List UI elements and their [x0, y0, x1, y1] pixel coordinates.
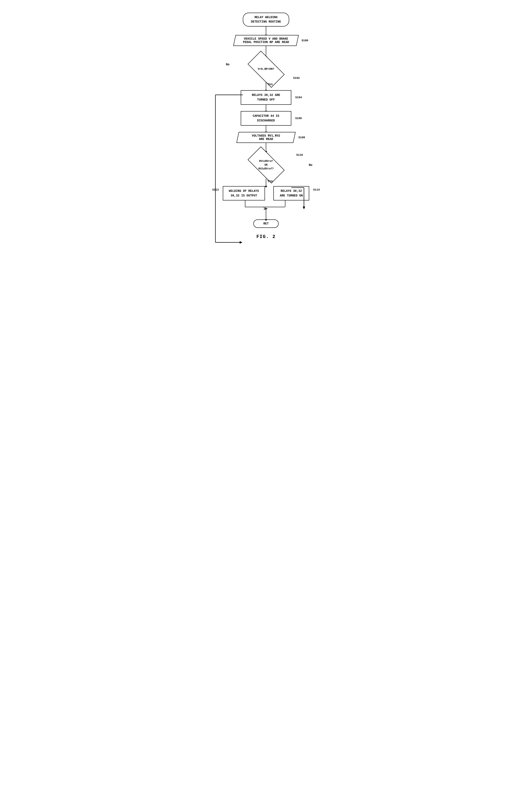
s106-label: S106 [295, 117, 302, 120]
line-s112-merge [245, 201, 245, 207]
s108-node: VOLTAGES RV1,RV2ARE READ [238, 132, 294, 143]
s108-label: S108 [298, 136, 305, 139]
s102-label: S102 [293, 76, 300, 80]
s114-container: RELAYS 30,32ARE TURNED ON S114 [273, 186, 309, 201]
s106-node: CAPACITOR 44 ISDISCHARGED [241, 111, 291, 126]
s112-node: WELDING OF RELAYS30,32 IS OUTPUT [223, 186, 265, 201]
arrow-s110-s112 [266, 179, 266, 186]
s114-label: S114 [313, 188, 320, 191]
arrow-merge-ret [266, 213, 266, 220]
s102-yes-label: Yes [268, 83, 273, 86]
s100-container: VEHICLE SPEED V AND BRAKEPEDAL POSITION … [234, 35, 298, 46]
arrow-start-s100 [266, 27, 266, 35]
fig-label: FIG. 2 [256, 234, 275, 239]
s112-label: S112 [212, 188, 219, 191]
arrow-s102-s104 [266, 82, 266, 90]
s112-s114-row: WELDING OF RELAYS30,32 IS OUTPUT S112 RE… [207, 186, 325, 201]
s110-text: RV1≤RVrefORRV2≤RVref? [258, 159, 274, 171]
s102-node: V=0,BP=ON? [243, 56, 289, 82]
s100-node: VEHICLE SPEED V AND BRAKEPEDAL POSITION … [234, 35, 298, 46]
arrow-s106-s108 [266, 126, 266, 132]
s106-container: CAPACITOR 44 ISDISCHARGED S106 [241, 111, 291, 126]
s112-text: WELDING OF RELAYS30,32 IS OUTPUT [229, 189, 259, 197]
page: RELAY WELDING DETECTING ROUTINE VEHICLE … [203, 4, 329, 252]
s110-node: RV1≤RVrefORRV2≤RVref? [241, 151, 291, 179]
s110-yes-label: Yes [268, 179, 273, 183]
arrow-s108-s110 [266, 143, 266, 151]
s108-text: VOLTAGES RV1,RV2ARE READ [252, 134, 280, 141]
s108-container: VOLTAGES RV1,RV2ARE READ S108 [238, 132, 294, 143]
s102-container: No V=0,BP=ON? S102 [243, 56, 289, 82]
arrow-s100-s102 [266, 46, 266, 56]
s110-container: RV1≤RVrefORRV2≤RVref? S110 No [241, 151, 291, 179]
line-s114-merge [285, 201, 286, 207]
s104-label: S104 [295, 96, 302, 99]
s106-text: CAPACITOR 44 ISDISCHARGED [253, 114, 279, 122]
s110-no-label: No [309, 163, 312, 167]
start-node: RELAY WELDING DETECTING ROUTINE [243, 13, 289, 27]
start-label: RELAY WELDING DETECTING ROUTINE [251, 16, 281, 23]
s100-text: VEHICLE SPEED V AND BRAKEPEDAL POSITION … [243, 37, 289, 44]
arrow-s104-s106 [266, 105, 266, 111]
ret-label: RET [263, 222, 269, 225]
s104-text: RELAYS 30,32 ARETURNED OFF [252, 93, 280, 101]
merge-arrow-symbol: ≫ [263, 206, 268, 211]
s114-node: RELAYS 30,32ARE TURNED ON [273, 186, 309, 201]
s114-text: RELAYS 30,32ARE TURNED ON [280, 189, 303, 197]
flowchart: RELAY WELDING DETECTING ROUTINE VEHICLE … [207, 13, 325, 228]
s112-container: WELDING OF RELAYS30,32 IS OUTPUT S112 [223, 186, 265, 201]
s100-label: S100 [302, 39, 308, 42]
s102-no-label: No [226, 63, 229, 66]
s102-text: V=0,BP=ON? [258, 67, 274, 71]
s110-label: S110 [296, 153, 303, 157]
svg-marker-3 [240, 241, 242, 244]
merge-area: ≫ [207, 201, 325, 211]
s104-node: RELAYS 30,32 ARETURNED OFF [241, 90, 291, 105]
s104-container: RELAYS 30,32 ARETURNED OFF S104 [241, 90, 291, 105]
